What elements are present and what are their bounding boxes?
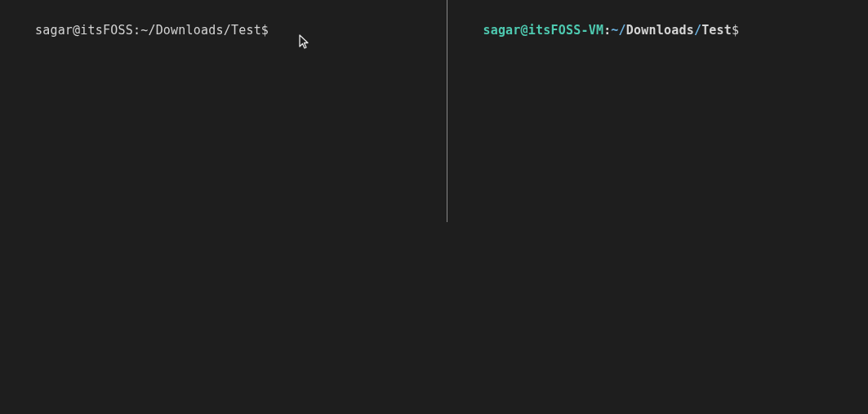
path-seg1-right: Downloads [626, 23, 694, 38]
dollar-right: $ [732, 23, 739, 38]
prompt-text-left: sagar@itsFOSS:~/Downloads/Test$ [35, 23, 269, 38]
prompt-right: sagar@itsFOSS-VM:~/Downloads/Test$ [452, 7, 863, 55]
prompt-left: sagar@itsFOSS:~/Downloads/Test$ [5, 7, 442, 55]
path-seg2-right: Test [701, 23, 732, 38]
user-host-right: sagar@itsFOSS-VM [483, 23, 603, 38]
terminal-pane-right[interactable]: sagar@itsFOSS-VM:~/Downloads/Test$ [447, 0, 868, 414]
terminal-pane-left[interactable]: sagar@itsFOSS:~/Downloads/Test$ [0, 0, 447, 414]
tilde-slash-right: ~/ [611, 23, 625, 38]
slash-right: / [694, 23, 701, 38]
colon-right: : [603, 23, 611, 38]
